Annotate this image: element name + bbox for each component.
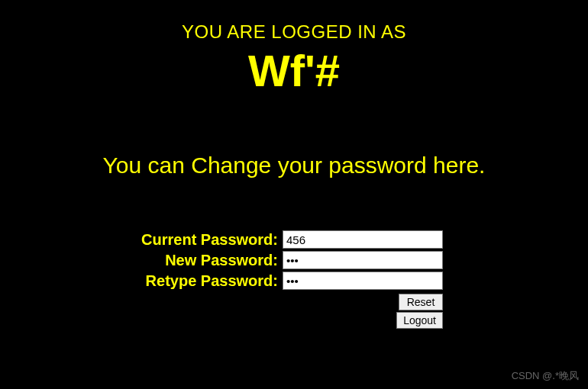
logout-button[interactable]: Logout bbox=[396, 312, 443, 329]
button-row: Reset Logout bbox=[396, 294, 443, 329]
new-password-label: New Password: bbox=[165, 252, 278, 269]
retype-password-input[interactable] bbox=[283, 272, 443, 290]
reset-button[interactable]: Reset bbox=[399, 294, 443, 310]
logged-in-header: YOU ARE LOGGED IN AS bbox=[0, 0, 588, 43]
watermark: CSDN @.*晚风 bbox=[512, 369, 579, 383]
current-password-label: Current Password: bbox=[141, 231, 278, 249]
retype-password-row: Retype Password: bbox=[146, 272, 443, 290]
new-password-input[interactable] bbox=[283, 251, 443, 269]
current-password-input[interactable] bbox=[283, 230, 443, 249]
current-password-row: Current Password: bbox=[141, 230, 443, 249]
change-password-subtitle: You can Change your password here. bbox=[0, 153, 588, 178]
new-password-row: New Password: bbox=[165, 251, 443, 269]
retype-password-label: Retype Password: bbox=[146, 272, 278, 290]
password-form: Current Password: New Password: Retype P… bbox=[0, 230, 588, 329]
username-display: Wf'# bbox=[0, 49, 588, 93]
